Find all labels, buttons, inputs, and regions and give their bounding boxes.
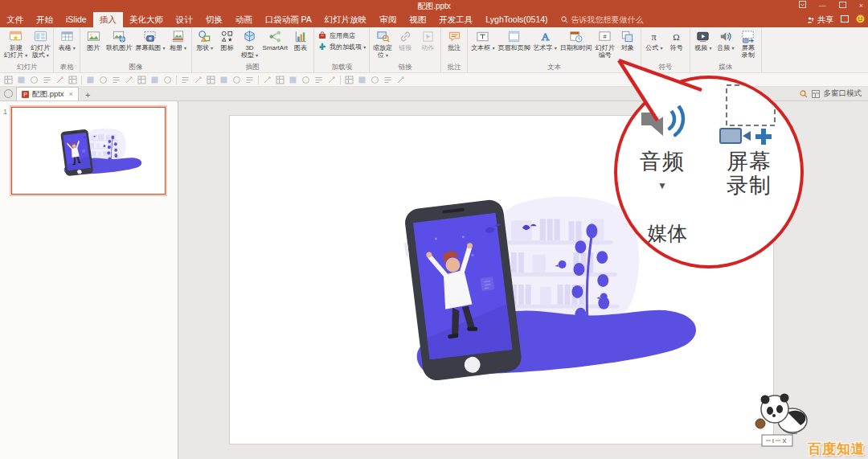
ribbon-button-comment[interactable]: 批注 [443, 28, 465, 63]
toolstrip-icon[interactable] [345, 76, 354, 84]
toolstrip-icon[interactable] [219, 76, 228, 84]
share-button[interactable]: 共享 [807, 14, 833, 26]
new-document-tab-button[interactable]: + [79, 90, 96, 100]
ribbon-button-wordart[interactable]: A艺术字 ▾ [532, 28, 559, 63]
toolstrip-icon[interactable] [99, 76, 108, 84]
close-button[interactable]: × [859, 0, 863, 12]
ribbon-button-equation[interactable]: π公式 ▾ [643, 28, 665, 63]
toolstrip-icon[interactable] [194, 76, 203, 84]
ribbon-group-table: 表格 ▾表格 [54, 27, 80, 72]
tab-islide[interactable]: iSlide [59, 12, 93, 27]
album-icon [171, 30, 185, 43]
toolstrip-icon[interactable] [125, 76, 133, 84]
ribbon-button-3d-model[interactable]: 3D模型 ▾ [239, 28, 261, 63]
ribbon-button-video[interactable]: 视频 ▾ [692, 28, 714, 63]
clock-icon[interactable] [4, 89, 13, 98]
restore-button[interactable] [839, 0, 846, 12]
ribbon-button-screenshot[interactable]: 屏幕截图 ▾ [133, 28, 166, 63]
toolstrip-icon[interactable] [30, 76, 39, 84]
toolstrip-icon[interactable] [163, 76, 172, 84]
toolstrip-icon[interactable] [263, 76, 272, 84]
toolstrip-icon[interactable] [358, 76, 366, 84]
ribbon-button-header-footer[interactable]: 页眉和页脚 [497, 28, 532, 63]
watermark: 百度知道 [808, 440, 866, 458]
toolstrip-icon[interactable] [137, 76, 146, 84]
ribbon-button-symbol[interactable]: Ω符号 [665, 28, 688, 63]
audio-dropdown-caret[interactable]: ▼ [654, 180, 670, 191]
ribbon-button-smartart[interactable]: SmartArt [261, 28, 290, 63]
document-tab-active[interactable]: P 配图.pptx × [16, 87, 79, 100]
ribbon-button-zoom-section[interactable]: 缩放定位 ▾ [371, 28, 394, 63]
smiley-feedback-icon[interactable] [856, 14, 865, 25]
ribbon-button-slide-number[interactable]: #幻灯片编号 [594, 28, 616, 63]
ribbon-button-icons[interactable]: 图标 [216, 28, 239, 63]
tell-me-search[interactable]: 告诉我您想要做什么 [555, 12, 650, 27]
tab-transitions[interactable]: 切换 [199, 12, 229, 27]
audio-button-magnified[interactable]: 音频 [628, 150, 696, 174]
ribbon-group-label-links: 链接 [371, 63, 439, 72]
toolstrip-icon[interactable] [289, 76, 297, 84]
tab-view[interactable]: 视图 [403, 12, 432, 27]
tab-lyghtools[interactable]: LyghTools(0514) [479, 12, 554, 27]
tab-insert[interactable]: 插入 [93, 12, 123, 27]
slide-thumbnail-1[interactable] [11, 107, 166, 195]
toolstrip-icon[interactable] [43, 76, 51, 84]
toolstrip-icon[interactable] [112, 76, 121, 84]
ribbon-button-table[interactable]: 表格 ▾ [55, 28, 78, 63]
toolstrip-icon[interactable] [207, 76, 215, 84]
tab-slideshow[interactable]: 幻灯片放映 [318, 12, 374, 27]
toolstrip-icon[interactable] [327, 76, 336, 84]
toolstrip-icon[interactable] [150, 76, 159, 84]
ribbon-button-slide-layout[interactable]: 幻灯片版式 ▾ [29, 28, 51, 63]
window-mode-icon[interactable] [841, 15, 849, 24]
toolstrip-icon[interactable] [396, 76, 405, 84]
tab-close-icon[interactable]: × [69, 90, 73, 98]
ribbon-button-action[interactable]: 动作 [416, 28, 439, 63]
toolstrip-icon[interactable] [314, 76, 323, 84]
ribbon-button-datetime[interactable]: 日期和时间 [559, 28, 594, 63]
toolstrip-icon[interactable] [245, 76, 254, 84]
audio-icon [719, 30, 732, 43]
ribbon-button-chart[interactable]: 图表 [289, 28, 312, 63]
tab-review[interactable]: 审阅 [373, 12, 403, 27]
toolstrip-icon[interactable] [55, 76, 64, 84]
screen-record-button-magnified[interactable]: 屏幕 录制 [715, 150, 783, 198]
toolstrip-icon[interactable] [181, 76, 190, 84]
tab-pocket-animation-pa[interactable]: 口袋动画 PA [259, 12, 318, 27]
toolstrip-icon[interactable] [4, 76, 13, 84]
minimize-button[interactable]: — [819, 0, 826, 12]
ribbon-button-online-picture[interactable]: 联机图片 [104, 28, 133, 63]
ribbon-button-picture[interactable]: 图片 [82, 28, 104, 63]
ribbon-button-object[interactable]: 对象 [616, 28, 639, 63]
tab-animations[interactable]: 动画 [229, 12, 259, 27]
tab-developer[interactable]: 开发工具 [432, 12, 479, 27]
ribbon-button-audio[interactable]: 音频 ▾ [714, 28, 737, 63]
tab-design[interactable]: 设计 [170, 12, 199, 27]
ribbon-button-store[interactable]: 应用商店 [316, 31, 367, 40]
ribbon-button-textbox[interactable]: 文本框 ▾ [469, 28, 496, 63]
toolstrip-icon[interactable] [86, 76, 95, 84]
toolstrip-icon[interactable] [371, 76, 379, 84]
multi-window-mode-label[interactable]: 多窗口模式 [824, 88, 862, 99]
ribbon-button-shapes[interactable]: 形状 ▾ [194, 28, 216, 63]
toolstrip-icon[interactable] [276, 76, 285, 84]
ribbon-button-my-addins[interactable]: 我的加载项 ▾ [316, 42, 367, 51]
toolstrip-icon[interactable] [383, 76, 392, 84]
equation-icon: π [647, 30, 661, 43]
tab-file[interactable]: 文件 [0, 12, 30, 27]
ribbon: 新建幻灯片 ▾幻灯片版式 ▾幻灯片表格 ▾表格图片联机图片屏幕截图 ▾相册 ▾图… [0, 27, 868, 73]
toolstrip-icon[interactable] [17, 76, 26, 84]
svg-text:Ω: Ω [674, 32, 680, 42]
ribbon-button-album[interactable]: 相册 ▾ [167, 28, 190, 63]
ribbon-button-new-slide[interactable]: 新建幻灯片 ▾ [2, 28, 29, 63]
ribbon-display-options-icon[interactable] [799, 0, 806, 12]
ribbon-button-link[interactable]: 链接 [394, 28, 416, 63]
toolstrip-icon[interactable] [232, 76, 241, 84]
toolstrip-icon[interactable] [68, 76, 77, 84]
audio-speaker-icon [635, 92, 690, 146]
ribbon-button-screen-record[interactable]: 屏幕录制 [737, 28, 760, 63]
tab-home[interactable]: 开始 [30, 12, 59, 27]
tab-meihua-dashi[interactable]: 美化大师 [123, 12, 170, 27]
toolstrip-icon[interactable] [301, 76, 310, 84]
ribbon-group-slides: 新建幻灯片 ▾幻灯片版式 ▾幻灯片 [1, 27, 54, 72]
